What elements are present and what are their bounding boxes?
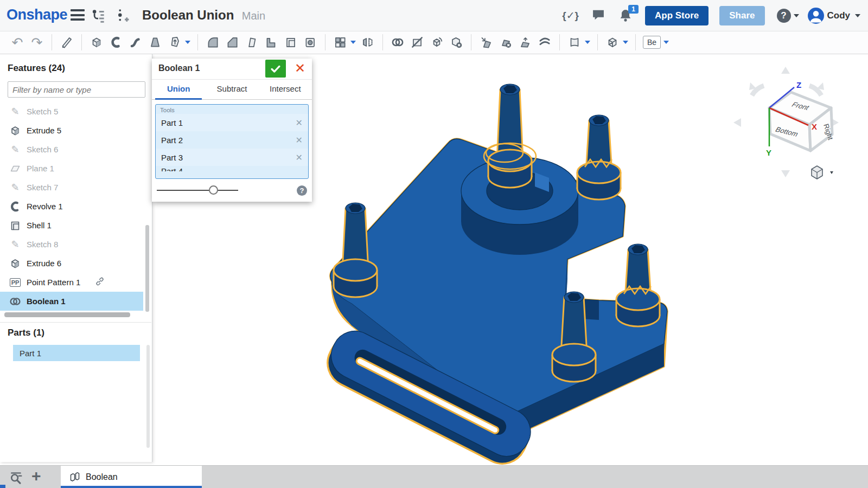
- model-post[interactable]: [484, 84, 536, 188]
- delete-face-icon[interactable]: [498, 35, 513, 50]
- model-post[interactable]: [616, 244, 660, 326]
- dialog-accept-button[interactable]: [265, 60, 286, 78]
- sketch-icon: ✎: [9, 181, 22, 194]
- sketch-icon[interactable]: [59, 35, 74, 50]
- pattern-icon[interactable]: [333, 35, 356, 50]
- delete-part-icon[interactable]: [449, 35, 464, 50]
- onshape-logo[interactable]: Onshape: [7, 7, 67, 23]
- tool-item-clipped[interactable]: Part 4: [156, 166, 308, 171]
- document-title-area[interactable]: Boolean Union Main: [142, 8, 265, 23]
- parts-scrollbar[interactable]: [146, 345, 150, 448]
- sweep-icon[interactable]: [128, 35, 143, 50]
- dialog-cancel-button[interactable]: ✕: [295, 61, 305, 76]
- view-cube[interactable]: Front Bottom Right Z X Y: [733, 67, 839, 177]
- dropdown-caret-icon[interactable]: [350, 41, 356, 44]
- filter-input[interactable]: [8, 81, 145, 98]
- feature-row-plane-1[interactable]: Plane 1: [0, 159, 143, 178]
- dropdown-caret-icon[interactable]: [663, 41, 669, 44]
- dialog-help-icon[interactable]: ?: [297, 185, 307, 196]
- feature-tree-panel: Features (24) ✎Sketch 5Extrude 5✎Sketch …: [0, 54, 152, 462]
- remove-tool-icon[interactable]: ✕: [296, 118, 303, 128]
- loft-icon[interactable]: [148, 35, 163, 50]
- tool-item-part-2[interactable]: Part 2✕: [156, 131, 308, 149]
- dialog-tab-subtract[interactable]: Subtract: [205, 80, 258, 99]
- user-caret-icon[interactable]: [855, 14, 860, 17]
- feature-row-sketch-7[interactable]: ✎Sketch 7: [0, 178, 143, 197]
- move-face-icon[interactable]: [478, 35, 494, 50]
- panel-divider: [0, 322, 151, 323]
- fillet-icon[interactable]: [205, 35, 220, 50]
- search-tabs-icon[interactable]: [9, 470, 24, 485]
- undo-icon[interactable]: ↶: [10, 35, 25, 50]
- mirror-icon[interactable]: [360, 35, 375, 50]
- dropdown-caret-icon[interactable]: [623, 41, 628, 44]
- dialog-tab-intersect[interactable]: Intersect: [259, 80, 312, 99]
- extrude-icon[interactable]: [89, 35, 104, 50]
- feature-row-revolve-1[interactable]: Revolve 1: [0, 197, 143, 216]
- main-menu-icon[interactable]: [71, 9, 85, 21]
- dropdown-caret-icon[interactable]: [185, 41, 190, 44]
- shell-icon[interactable]: [283, 35, 298, 50]
- add-tab-icon[interactable]: +: [31, 467, 41, 485]
- hole-icon[interactable]: [303, 35, 318, 50]
- dialog-tab-union[interactable]: Union: [152, 80, 205, 99]
- view-mode-caret-icon: [830, 171, 833, 174]
- part-list-item[interactable]: Part 1: [13, 345, 140, 361]
- feature-row-sketch-5[interactable]: ✎Sketch 5: [0, 102, 143, 121]
- insert-version-icon[interactable]: [114, 8, 130, 24]
- feature-script-icon[interactable]: {✓}: [562, 9, 579, 22]
- feature-row-sketch-8[interactable]: ✎Sketch 8: [0, 235, 143, 254]
- replace-face-icon[interactable]: [518, 35, 533, 50]
- comments-icon[interactable]: [591, 7, 606, 24]
- feature-label: Extrude 6: [27, 259, 61, 268]
- thicken-icon[interactable]: [167, 35, 190, 50]
- view-options[interactable]: [812, 166, 833, 179]
- app-header: Onshape Boolean Union Main {✓} 1 App Sto…: [0, 0, 868, 31]
- toolbar-separator: [597, 34, 598, 50]
- tool-item-part-3[interactable]: Part 3✕: [156, 149, 308, 166]
- chamfer-icon[interactable]: [225, 35, 240, 50]
- boolean-icon[interactable]: [390, 35, 405, 50]
- transform-icon[interactable]: [429, 35, 444, 50]
- split-icon[interactable]: [410, 35, 425, 50]
- remove-tool-icon[interactable]: ✕: [296, 152, 303, 163]
- feature-row-sketch-6[interactable]: ✎Sketch 6: [0, 140, 143, 159]
- extrude-icon: [9, 257, 22, 270]
- enclose-icon[interactable]: [605, 35, 628, 50]
- help-icon[interactable]: ?: [777, 9, 791, 23]
- tool-item-part-1[interactable]: Part 1✕: [156, 114, 308, 131]
- feature-row-extrude-6[interactable]: Extrude 6: [0, 254, 143, 273]
- feature-row-boolean-1[interactable]: Boolean 1: [0, 292, 143, 311]
- feature-row-extrude-5[interactable]: Extrude 5: [0, 121, 143, 140]
- remove-tool-icon[interactable]: ✕: [296, 135, 303, 145]
- model-post[interactable]: [577, 115, 621, 200]
- features-scrollbar[interactable]: [145, 225, 149, 312]
- user-name[interactable]: Cody: [827, 10, 851, 21]
- help-caret-icon[interactable]: [794, 14, 799, 17]
- draft-icon[interactable]: [244, 35, 259, 50]
- tool-label: Part 2: [161, 136, 183, 145]
- feature-row-point-pattern-1[interactable]: PPPoint Pattern 1: [0, 273, 143, 292]
- opacity-slider-thumb[interactable]: [209, 185, 218, 195]
- share-button[interactable]: Share: [719, 6, 764, 25]
- opacity-slider-track[interactable]: [157, 190, 238, 191]
- fill-surface-icon[interactable]: [567, 35, 590, 50]
- avatar[interactable]: [808, 8, 824, 24]
- offset-surface-icon[interactable]: [537, 35, 552, 50]
- feature-label: Shell 1: [27, 221, 52, 230]
- horizontal-scrollbar[interactable]: [4, 312, 130, 317]
- revolve-icon[interactable]: [108, 35, 124, 50]
- app-store-button[interactable]: App Store: [645, 6, 709, 25]
- redo-icon[interactable]: ↷: [29, 35, 44, 50]
- extrude-icon: [9, 124, 22, 137]
- tab-boolean[interactable]: Boolean: [61, 466, 202, 488]
- rib-icon[interactable]: [264, 35, 279, 50]
- viewcube-arrow-down-icon: [781, 170, 790, 177]
- tools-selection-box[interactable]: Tools Part 1✕Part 2✕Part 3✕Part 4: [155, 104, 309, 179]
- dropdown-caret-icon[interactable]: [585, 41, 590, 44]
- versions-icon[interactable]: [90, 8, 106, 24]
- feature-label: Revolve 1: [27, 202, 63, 211]
- notifications-icon[interactable]: 1: [618, 7, 634, 24]
- feature-row-shell-1[interactable]: Shell 1: [0, 216, 143, 235]
- be-button[interactable]: Be: [643, 36, 669, 49]
